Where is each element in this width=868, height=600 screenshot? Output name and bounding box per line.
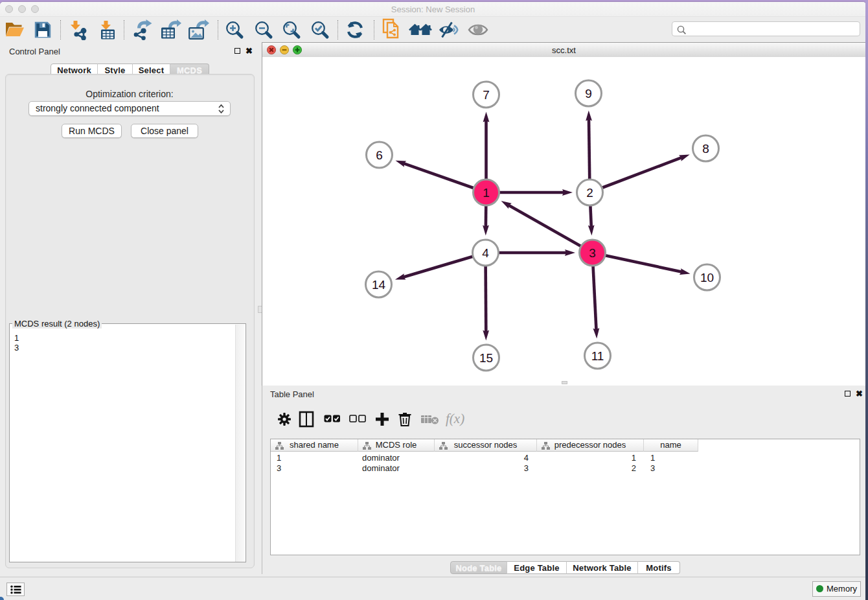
svg-text:7: 7 bbox=[483, 88, 490, 102]
svg-text:10: 10 bbox=[700, 271, 714, 284]
svg-text:4: 4 bbox=[482, 246, 489, 260]
svg-text:6: 6 bbox=[376, 148, 383, 162]
svg-text:2: 2 bbox=[586, 186, 593, 200]
svg-text:15: 15 bbox=[479, 351, 493, 365]
svg-text:8: 8 bbox=[702, 142, 709, 156]
svg-text:14: 14 bbox=[372, 278, 386, 292]
svg-text:3: 3 bbox=[589, 246, 596, 260]
svg-text:9: 9 bbox=[585, 87, 592, 100]
svg-text:11: 11 bbox=[591, 349, 604, 363]
svg-text:1: 1 bbox=[483, 186, 490, 200]
